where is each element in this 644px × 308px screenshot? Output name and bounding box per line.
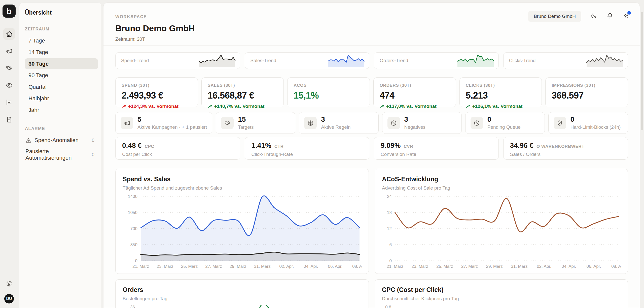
rate-value: 34.96 € bbox=[510, 142, 533, 150]
cpc-chart-card: CPC (Cost per Click) Durchschnittlicher … bbox=[375, 279, 628, 308]
page-subtitle: Zeitraum: 30T bbox=[115, 36, 628, 42]
rate-tag: CPC bbox=[145, 144, 154, 149]
bottom-charts-row: Orders Bestellungen pro Tag 012243621. M… bbox=[115, 279, 628, 308]
alarm-item-pausierte-automatisierungen[interactable]: Pausierte Automatisierungen 0 bbox=[25, 146, 98, 163]
svg-text:12: 12 bbox=[387, 226, 392, 231]
spend-vs-sales-chart: 03507001050140021. März23. März25. März2… bbox=[123, 194, 362, 270]
kpi-value: 368.597 bbox=[552, 90, 622, 101]
kpi-label: SPEND (30T) bbox=[122, 83, 192, 88]
sidebar-item-jahr[interactable]: Jahr bbox=[25, 105, 98, 116]
notifications-bell-icon[interactable] bbox=[606, 13, 614, 20]
chart-subtitle: Täglicher Ad Spend und zugeschriebene Sa… bbox=[123, 185, 362, 191]
chart-subtitle: Durchschnittlicher Klickpreis pro Tag bbox=[382, 296, 621, 301]
svg-text:31. März: 31. März bbox=[254, 264, 271, 269]
settings-gear-icon[interactable] bbox=[3, 278, 15, 289]
trending-up-icon bbox=[466, 104, 471, 109]
workspace-switcher-button[interactable]: Bruno Demo GmbH bbox=[528, 11, 581, 22]
kpi-delta: +126,1% vs. Vormonat bbox=[466, 104, 536, 109]
stat-card-hard-limit-blocks: 0 Hard-Limit-Blocks (24h) bbox=[548, 112, 628, 134]
sidebar-item-30-tage[interactable]: 30 Tage bbox=[25, 58, 98, 69]
clock-icon bbox=[471, 117, 483, 129]
sidebar: Übersicht ZEITRAUM 7 Tage 14 Tage 30 Tag… bbox=[19, 3, 102, 308]
rate-card-ctr: 1.41% CTR Click-Through-Rate bbox=[245, 137, 370, 160]
svg-text:04. Apr.: 04. Apr. bbox=[562, 264, 576, 269]
trend-label: Spend-Trend bbox=[121, 58, 149, 63]
chart-subtitle: Bestellungen pro Tag bbox=[123, 296, 362, 301]
svg-text:18: 18 bbox=[387, 210, 392, 215]
svg-text:08. Apr.: 08. Apr. bbox=[352, 264, 362, 269]
section-label-zeitraum: ZEITRAUM bbox=[25, 27, 98, 32]
svg-text:06. Apr.: 06. Apr. bbox=[328, 264, 343, 269]
stat-card-kampagnen: 5 Aktive Kampagnen · + 1 pausiert bbox=[115, 112, 212, 134]
svg-text:36: 36 bbox=[130, 305, 135, 308]
stat-label: Aktive Kampagnen · + 1 pausiert bbox=[137, 124, 207, 130]
charts-row: Spend vs. Sales Täglicher Ad Spend und z… bbox=[115, 169, 628, 274]
stat-card-regeln: 3 Aktive Regeln bbox=[299, 112, 378, 134]
kpi-card-spend: SPEND (30T) 2.493,93 € +124,3% vs. Vormo… bbox=[115, 77, 198, 107]
ai-sparkles-icon[interactable] bbox=[622, 13, 630, 20]
dark-mode-moon-icon[interactable] bbox=[590, 13, 597, 20]
page-header: WORKSPACE Bruno Demo GmbH Zeitraum: 30T … bbox=[103, 3, 640, 45]
rate-subtitle: Conversion Rate bbox=[381, 152, 492, 157]
svg-text:25. März: 25. März bbox=[436, 264, 453, 269]
sidebar-item-halbjahr[interactable]: Halbjahr bbox=[25, 93, 98, 104]
alarm-item-spend-anomalien[interactable]: Spend-Anomalien 0 bbox=[25, 135, 98, 146]
trending-up-icon bbox=[208, 104, 212, 109]
megaphone-icon bbox=[121, 117, 133, 129]
rate-value: 9.09% bbox=[381, 142, 401, 150]
rate-tag: Ø WARENKORBWERT bbox=[536, 144, 584, 149]
kpi-delta: +124,3% vs. Vormonat bbox=[122, 104, 192, 109]
spend-trend-card: Spend-Trend bbox=[115, 52, 240, 69]
svg-text:24: 24 bbox=[387, 194, 392, 199]
svg-text:08. Apr.: 08. Apr. bbox=[611, 264, 621, 269]
rate-subtitle: Cost per Click bbox=[122, 152, 233, 157]
svg-text:0.8: 0.8 bbox=[385, 305, 391, 308]
scrollbar-thumb[interactable] bbox=[641, 12, 643, 130]
user-avatar[interactable]: DU bbox=[4, 294, 14, 303]
chart-title: CPC (Cost per Click) bbox=[382, 286, 621, 293]
brand-logo[interactable]: b bbox=[3, 5, 16, 18]
stat-label: Aktive Regeln bbox=[321, 124, 350, 130]
rate-card-cvr: 9.09% CVR Conversion Rate bbox=[374, 137, 499, 160]
sidebar-item-14-tage[interactable]: 14 Tage bbox=[25, 47, 98, 58]
kpi-label: SALES (30T) bbox=[208, 83, 278, 88]
svg-text:27. März: 27. März bbox=[205, 264, 222, 269]
chart-title: Spend vs. Sales bbox=[123, 175, 362, 183]
stat-label: Negatives bbox=[404, 124, 426, 130]
svg-text:21. März: 21. März bbox=[132, 264, 149, 269]
stat-card-negatives: 3 Negatives bbox=[382, 112, 462, 134]
target-icon bbox=[304, 117, 317, 129]
sidebar-item-7-tage[interactable]: 7 Tage bbox=[25, 35, 98, 46]
file-text-icon[interactable] bbox=[3, 114, 15, 125]
svg-text:700: 700 bbox=[130, 226, 137, 231]
kpi-row: SPEND (30T) 2.493,93 € +124,3% vs. Vormo… bbox=[115, 77, 628, 107]
trend-label: Clicks-Trend bbox=[509, 58, 536, 63]
stat-value: 15 bbox=[238, 116, 254, 123]
zeitraum-list: 7 Tage 14 Tage 30 Tage 90 Tage Quartal H… bbox=[25, 35, 98, 116]
svg-text:29. März: 29. März bbox=[230, 264, 246, 269]
home-icon[interactable] bbox=[3, 28, 15, 40]
notification-dot bbox=[627, 11, 631, 15]
eye-icon[interactable] bbox=[3, 79, 15, 91]
alarm-count-badge: 0 bbox=[92, 138, 94, 143]
rate-subtitle: Sales / Orders bbox=[510, 152, 621, 157]
chart-title: ACoS-Entwicklung bbox=[382, 175, 621, 183]
sidebar-item-90-tage[interactable]: 90 Tage bbox=[25, 70, 98, 81]
stat-label: Targets bbox=[238, 124, 254, 130]
sidebar-item-quartal[interactable]: Quartal bbox=[25, 81, 98, 93]
tags-icon[interactable] bbox=[3, 62, 15, 74]
main-panel: WORKSPACE Bruno Demo GmbH Zeitraum: 30T … bbox=[103, 3, 640, 308]
kpi-card-impressions: IMPRESSIONS (30T) 368.597 bbox=[545, 77, 628, 107]
spend-vs-sales-chart-card: Spend vs. Sales Täglicher Ad Spend und z… bbox=[115, 169, 369, 274]
rate-card-warenkorbwert: 34.96 € Ø WARENKORBWERT Sales / Orders bbox=[503, 137, 628, 160]
rate-value: 1.41% bbox=[252, 142, 271, 150]
shield-check-icon bbox=[554, 117, 566, 129]
kpi-label: IMPRESSIONS (30T) bbox=[552, 83, 622, 88]
svg-text:27. März: 27. März bbox=[461, 264, 478, 269]
rail-bottom: DU bbox=[3, 278, 15, 303]
svg-text:6: 6 bbox=[389, 242, 392, 247]
stat-label: Pending Queue bbox=[487, 124, 521, 130]
megaphone-icon[interactable] bbox=[3, 45, 15, 57]
bar-chart-icon[interactable] bbox=[3, 97, 15, 108]
trend-label: Orders-Trend bbox=[380, 58, 408, 63]
